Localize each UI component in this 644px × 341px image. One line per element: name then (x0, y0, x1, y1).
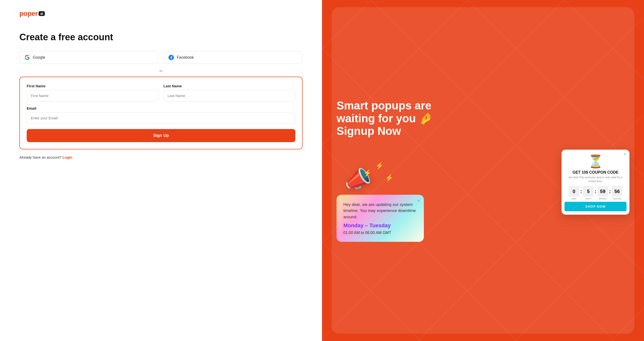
minutes-label: Minutes (599, 198, 607, 200)
hourglass-icon: ⏳ (562, 150, 630, 170)
coupon-subtitle: Act fast! This exclusive deal is only va… (562, 176, 630, 183)
last-name-input[interactable] (164, 90, 295, 102)
right-content: Smart popups arewaiting for you 🤌Signup … (336, 99, 630, 242)
social-buttons: Google Facebook (20, 51, 302, 64)
colon-1: : (580, 188, 582, 194)
google-button[interactable]: Google (20, 51, 158, 64)
notif-body-text: Hey dear, we are updating our system tim… (343, 202, 417, 220)
signup-button[interactable]: Sign Up (27, 129, 295, 142)
email-input[interactable] (27, 112, 295, 124)
right-panel: Smart popups arewaiting for you 🤌Signup … (322, 0, 644, 341)
notif-close-button[interactable]: × (417, 198, 420, 203)
shop-now-button[interactable]: SHOP NOW (564, 202, 626, 211)
countdown-seconds: 56 Seconds (612, 186, 622, 200)
logo-brand: poper (20, 10, 38, 18)
colon-2: : (594, 188, 596, 194)
facebook-button[interactable]: Facebook (164, 51, 302, 64)
countdown-row: 0 Days : 5 Hours : 59 Minutes : (562, 186, 630, 200)
last-name-label: Last Name (164, 84, 295, 88)
email-group: Email (27, 106, 295, 124)
days-value: 0 (568, 186, 579, 197)
facebook-label: Facebook (177, 55, 194, 60)
first-name-group: First Name (27, 84, 158, 102)
notification-card: × Hey dear, we are updating our system t… (336, 195, 424, 242)
logo-ai-badge: ai (38, 11, 45, 16)
first-name-label: First Name (27, 84, 158, 88)
coupon-close-button[interactable]: × (624, 152, 626, 156)
colon-3: : (609, 188, 611, 194)
hours-value: 5 (583, 186, 594, 197)
coupon-card: × ⏳ GET 10$ COUPON CODE Act fast! This e… (562, 150, 630, 215)
first-name-input[interactable] (27, 90, 158, 102)
minutes-value: 59 (598, 186, 608, 197)
email-label: Email (27, 106, 295, 110)
page-title: Create a free account (20, 32, 302, 42)
facebook-icon (168, 55, 174, 60)
login-prompt: Already have an account? Login (20, 155, 302, 159)
seconds-label: Seconds (613, 198, 621, 200)
google-label: Google (33, 55, 45, 60)
notif-highlight-text: Monday – Tuesday (343, 222, 417, 229)
google-icon (24, 55, 30, 60)
logo-area: poper ai (20, 10, 302, 18)
countdown-minutes: 59 Minutes (598, 186, 608, 200)
lightning-icon-3: ⚡ (385, 174, 394, 182)
lightning-icon-1: ⚡ (363, 169, 372, 177)
last-name-group: Last Name (164, 84, 295, 102)
days-label: Days (572, 198, 576, 200)
signup-form-box: First Name Last Name Email Sign Up (20, 77, 302, 150)
left-panel: poper ai Create a free account Google Fa… (0, 0, 322, 341)
hours-label: Hours (585, 198, 591, 200)
seconds-value: 56 (612, 186, 622, 197)
notif-time-text: 01:00 AM to 06:00 AM GMT (343, 231, 417, 235)
name-row: First Name Last Name (27, 84, 295, 102)
login-link[interactable]: Login (62, 155, 72, 159)
countdown-days: 0 Days (568, 186, 579, 200)
countdown-hours: 5 Hours (583, 186, 594, 200)
lightning-icon-2: ⚡ (375, 162, 384, 170)
coupon-title: GET 10$ COUPON CODE (562, 170, 630, 174)
promo-title: Smart popups arewaiting for you 🤌Signup … (336, 99, 630, 138)
or-divider: or (20, 69, 302, 73)
popup-area: 📣 ⚡ ⚡ ⚡ × Hey dear, we are updating our … (336, 150, 630, 242)
